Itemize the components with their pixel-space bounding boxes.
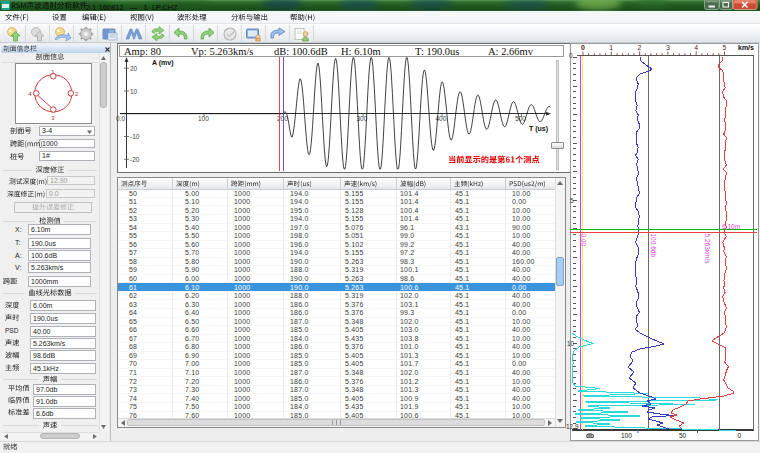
svg-text:50: 50 [679, 432, 687, 439]
svg-text:100: 100 [621, 432, 632, 439]
svg-text:db: db [586, 432, 594, 439]
svg-text:12.9: 12.9 [566, 423, 579, 430]
svg-text:3: 3 [666, 44, 670, 51]
svg-text:2: 2 [638, 44, 642, 51]
svg-text:5: 5 [723, 44, 727, 51]
svg-text:0: 0 [738, 432, 742, 439]
svg-text:0: 0 [581, 44, 585, 51]
svg-text:0.00: 0.00 [580, 234, 587, 247]
svg-text:6.10m: 6.10m [722, 223, 740, 230]
svg-text:100.6db: 100.6db [650, 234, 657, 258]
svg-text:1: 1 [609, 44, 613, 51]
svg-text:0: 0 [569, 52, 573, 59]
svg-text:4: 4 [694, 44, 698, 51]
svg-text:5: 5 [570, 197, 574, 204]
svg-text:km/s: km/s [738, 44, 754, 51]
svg-text:5.263km/s: 5.263km/s [704, 234, 711, 265]
svg-text:10: 10 [567, 340, 575, 347]
